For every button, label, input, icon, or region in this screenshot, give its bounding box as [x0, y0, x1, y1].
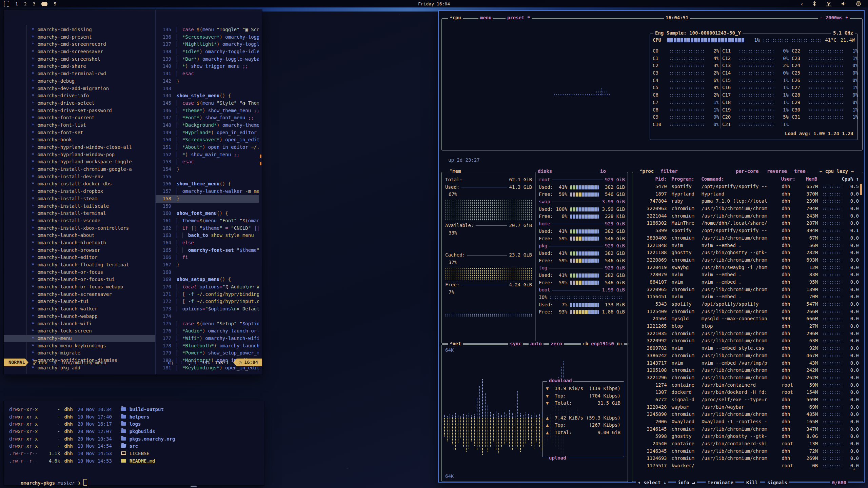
process-row[interactable]: 1156451nvimnvim --embed .dhh70M0.0 [634, 293, 859, 301]
file-item[interactable]: *omarchy-drive-set-password [4, 107, 155, 115]
file-item[interactable]: *omarchy-cmd-screenrecord [4, 41, 155, 48]
process-row[interactable]: 3386242chromium/usr/lib/chromium/chromdh… [634, 352, 859, 360]
proc-key-info[interactable]: info ↵ [676, 480, 697, 485]
file-item[interactable]: *omarchy-install-vscode [4, 217, 155, 225]
volume-icon[interactable] [841, 1, 847, 6]
git-branch[interactable]: dev [33, 360, 47, 365]
tab-mem[interactable]: ²mem [448, 168, 463, 174]
process-row[interactable]: 3220965chromium/usr/lib/chromium/chromdh… [634, 286, 859, 293]
file-item[interactable]: *omarchy-cmd-terminal-cwd [4, 70, 155, 78]
process-row[interactable]: 728079nvimnvim --embed .dhh83M0.0 [634, 271, 859, 279]
file-item[interactable]: *omarchy-install-dropbox [4, 188, 155, 195]
process-row[interactable]: 3220963chromium/usr/lib/chromium/chromdh… [634, 205, 859, 212]
proc-key-kill[interactable]: Kill [744, 480, 760, 485]
tab-preset[interactable]: preset * [506, 15, 532, 20]
file-item[interactable]: *omarchy-install-dev-env [4, 173, 155, 181]
proc-sort[interactable]: ← cpu lazy → [818, 168, 855, 174]
file-item[interactable]: *omarchy-launch-editor [4, 254, 155, 261]
workspace-1[interactable]: 1 [15, 1, 18, 6]
file-item[interactable]: *omarchy-drive-info [4, 92, 155, 100]
process-row[interactable]: 1220428waybar/usr/bin/waybardhh69M0.0 [634, 404, 859, 411]
file-item[interactable]: *omarchy-launch-floating-terminal [4, 261, 155, 269]
file-item[interactable]: *omarchy-install-steam [4, 195, 155, 203]
network-icon[interactable] [825, 1, 832, 6]
file-item[interactable]: *omarchy-install-chromium-google-a [4, 166, 155, 173]
tab-disks[interactable]: disks [536, 168, 554, 174]
proc-scrollbar-thumb[interactable] [860, 184, 862, 195]
file-item[interactable]: *omarchy-launch-wifi [4, 320, 155, 328]
file-item[interactable]: *omarchy-launch-browser [4, 247, 155, 254]
workspace-active[interactable] [41, 2, 47, 6]
process-row[interactable]: 1143717nvimnvim --embed /var/tmp/pdhh43M… [634, 360, 859, 367]
file-item[interactable]: *omarchy-lock-screen [4, 327, 155, 335]
proc-per-core[interactable]: per-core [734, 168, 760, 174]
proc-reverse[interactable]: reverse [765, 168, 789, 174]
process-row[interactable]: 3221044chromium/usr/lib/chromium/chromdh… [634, 212, 859, 220]
process-row[interactable]: 1124693chromium/usr/lib/chromium/chromdh… [634, 455, 859, 462]
tab-proc[interactable]: ⁴proc [638, 168, 655, 174]
file-item[interactable]: *omarchy-font-current [4, 114, 155, 122]
process-row[interactable]: 3246345chromium/usr/lib/chromium/chromdh… [634, 448, 859, 455]
file-item[interactable]: *omarchy-cmd-missing [4, 26, 155, 34]
net-auto[interactable]: auto [529, 341, 544, 346]
process-row[interactable]: 3220869chromium/usr/lib/chromium/chromdh… [634, 257, 859, 264]
proc-key-signals[interactable]: signals [765, 480, 789, 485]
net-sync[interactable]: sync [508, 341, 523, 346]
process-row[interactable]: 24540containe/usr/bin/containerd-shiroot… [634, 440, 859, 448]
tab-cpu[interactable]: ¹cpu [448, 15, 463, 20]
process-row[interactable]: 3220992chromium/usr/lib/chromium/chromdh… [634, 337, 859, 345]
process-row[interactable]: 1274containe/usr/bin/containerdroot59M0.… [634, 382, 859, 389]
file-item[interactable]: *omarchy-debug [4, 78, 155, 85]
file-item[interactable]: *omarchy-drive-select [4, 100, 155, 107]
file-item[interactable]: *omarchy-launch-screensaver [4, 291, 155, 298]
file-item[interactable]: *omarchy-launch-webapp [4, 313, 155, 320]
tab-io[interactable]: io [598, 168, 608, 174]
bluetooth-icon[interactable] [812, 1, 816, 6]
process-row[interactable]: 1125409chromium/usr/lib/chromium/chromdh… [634, 308, 859, 316]
file-item[interactable]: *omarchy-install-terminal [4, 210, 155, 217]
process-row[interactable]: 747804rubypuma 7.1.0 (tcp://localdhh239M… [634, 198, 859, 205]
process-row[interactable]: 3246145chromium/usr/lib/chromium/chromdh… [634, 426, 859, 433]
file-item[interactable]: *omarchy-launch-or-focus-tui [4, 276, 155, 283]
process-row[interactable]: 5998ghostty/usr/bin/ghostty --gtk-dhh8.0… [634, 433, 859, 440]
proc-key-terminate[interactable]: terminate [706, 480, 735, 485]
workspace-switcher[interactable]: 1235 [4, 1, 56, 7]
file-item[interactable]: *omarchy-migrate [4, 349, 155, 357]
process-row[interactable]: 6772signal-d/proc/self/exe --type=rdhh56… [634, 396, 859, 404]
tab-net[interactable]: ³net [448, 341, 463, 346]
process-row[interactable]: 5399spotify/opt/spotify/spotify --dhh394… [634, 227, 859, 235]
file-item[interactable]: *omarchy-dev-add-migration [4, 85, 155, 93]
file-item[interactable]: *omarchy-hyprland-workspace-toggle [4, 158, 155, 166]
file-item[interactable]: *omarchy-hook [4, 136, 155, 144]
omarchy-logo-icon[interactable] [4, 1, 9, 7]
chevron-left-icon[interactable]: ‹ [800, 1, 804, 7]
file-item[interactable]: *omarchy-font-list [4, 122, 155, 129]
file-item[interactable]: *omarchy-cmd-screensaver [4, 48, 155, 56]
shell-prompt[interactable]: omarchy-pkgs master ❯ [9, 472, 264, 480]
process-row[interactable]: 1205108chromium/usr/lib/chromium/chromdh… [634, 367, 859, 374]
file-item[interactable]: *omarchy-install-tailscale [4, 203, 155, 210]
file-item[interactable]: *omarchy-launch-bluetooth [4, 239, 155, 247]
workspace-2[interactable]: 2 [24, 1, 27, 6]
process-row[interactable]: 2006XwaylandXwayland :1 -rootless -dhh16… [634, 418, 859, 426]
workspace-3[interactable]: 3 [33, 1, 36, 6]
process-row[interactable]: 5470spotify/opt/spotify/spotify --dhh657… [634, 183, 859, 190]
process-row[interactable]: 3221296chromium/usr/lib/chromium/chromdh… [634, 374, 859, 382]
file-item[interactable]: *omarchy-launch-walker [4, 305, 155, 313]
net-zero[interactable]: zero [549, 341, 564, 346]
process-row[interactable]: 1186302MainThre/home/dhh/.local/share/dh… [634, 220, 859, 227]
proc-tree[interactable]: tree [792, 168, 807, 174]
file-item[interactable]: *omarchy-launch-or-focus [4, 269, 155, 276]
file-item[interactable]: *omarchy-hyprland-window-close-all [4, 144, 155, 151]
file-item[interactable]: *omarchy-install-xbox-controllers [4, 225, 155, 232]
process-row[interactable]: 1897HyprlandHyprlanddhh370M0.0 [634, 190, 859, 198]
process-row[interactable]: 1221188ghostty/usr/bin/ghostty --gtk-dhh… [634, 249, 859, 257]
file-item[interactable]: *omarchy-cmd-screenshot [4, 56, 155, 63]
process-row[interactable]: 3809782nvimnvim --embed style.cssdhh92M0… [634, 345, 859, 352]
process-row[interactable]: 1220419swaybg/usr/bin/swaybg -i /homdhh1… [634, 264, 859, 271]
file-item[interactable]: *omarchy-cmd-share [4, 63, 155, 70]
file-item[interactable]: *omarchy-install-docker-dbs [4, 180, 155, 188]
file-item[interactable]: *omarchy-menu [4, 335, 155, 342]
proc-key-select[interactable]: ↑ select ↓ [636, 480, 668, 485]
process-row[interactable]: 3221035chromium/usr/lib/chromium/chromdh… [634, 330, 859, 338]
